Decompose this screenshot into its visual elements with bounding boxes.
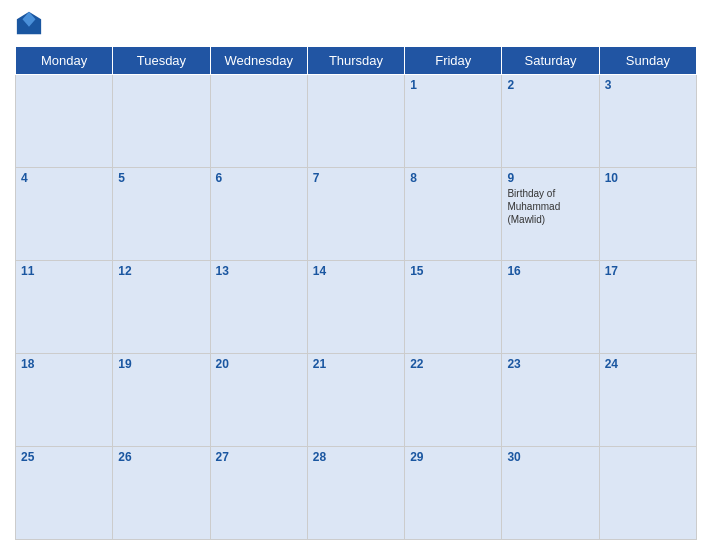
- calendar-cell: 30: [502, 447, 599, 540]
- calendar-week-row: 11121314151617: [16, 261, 697, 354]
- day-number: 26: [118, 450, 204, 464]
- day-number: 1: [410, 78, 496, 92]
- calendar-cell: 4: [16, 168, 113, 261]
- calendar-cell: 6: [210, 168, 307, 261]
- day-number: 11: [21, 264, 107, 278]
- calendar-week-row: 456789Birthday of Muhammad (Mawlid)10: [16, 168, 697, 261]
- day-number: 4: [21, 171, 107, 185]
- day-number: 23: [507, 357, 593, 371]
- day-number: 12: [118, 264, 204, 278]
- calendar-cell: 27: [210, 447, 307, 540]
- day-number: 27: [216, 450, 302, 464]
- calendar-cell: 14: [307, 261, 404, 354]
- calendar-cell: [599, 447, 696, 540]
- weekday-header-friday: Friday: [405, 47, 502, 75]
- calendar-cell: 13: [210, 261, 307, 354]
- calendar-cell: 19: [113, 354, 210, 447]
- day-number: 25: [21, 450, 107, 464]
- day-number: 14: [313, 264, 399, 278]
- calendar-cell: 25: [16, 447, 113, 540]
- day-number: 5: [118, 171, 204, 185]
- calendar-cell: 29: [405, 447, 502, 540]
- day-number: 30: [507, 450, 593, 464]
- calendar-cell: 21: [307, 354, 404, 447]
- day-number: 18: [21, 357, 107, 371]
- logo-icon: [15, 10, 43, 38]
- calendar-cell: 3: [599, 75, 696, 168]
- weekday-header-tuesday: Tuesday: [113, 47, 210, 75]
- calendar-cell: 28: [307, 447, 404, 540]
- day-number: 28: [313, 450, 399, 464]
- day-number: 22: [410, 357, 496, 371]
- day-number: 17: [605, 264, 691, 278]
- day-number: 3: [605, 78, 691, 92]
- calendar-cell: 24: [599, 354, 696, 447]
- calendar-cell: 16: [502, 261, 599, 354]
- day-number: 16: [507, 264, 593, 278]
- calendar-cell: 9Birthday of Muhammad (Mawlid): [502, 168, 599, 261]
- weekday-header-saturday: Saturday: [502, 47, 599, 75]
- calendar-cell: [113, 75, 210, 168]
- weekday-header-row: MondayTuesdayWednesdayThursdayFridaySatu…: [16, 47, 697, 75]
- calendar-cell: 11: [16, 261, 113, 354]
- calendar-cell: [210, 75, 307, 168]
- calendar-week-row: 123: [16, 75, 697, 168]
- weekday-header-wednesday: Wednesday: [210, 47, 307, 75]
- day-number: 29: [410, 450, 496, 464]
- day-number: 19: [118, 357, 204, 371]
- calendar-cell: 7: [307, 168, 404, 261]
- calendar-cell: 20: [210, 354, 307, 447]
- logo: [15, 10, 47, 38]
- day-number: 6: [216, 171, 302, 185]
- calendar-week-row: 252627282930: [16, 447, 697, 540]
- calendar-cell: 10: [599, 168, 696, 261]
- day-number: 20: [216, 357, 302, 371]
- calendar-cell: 5: [113, 168, 210, 261]
- calendar-cell: 1: [405, 75, 502, 168]
- day-number: 13: [216, 264, 302, 278]
- calendar-cell: 2: [502, 75, 599, 168]
- page-header: [15, 10, 697, 38]
- weekday-header-sunday: Sunday: [599, 47, 696, 75]
- day-number: 21: [313, 357, 399, 371]
- calendar-cell: 26: [113, 447, 210, 540]
- calendar-cell: 18: [16, 354, 113, 447]
- day-number: 9: [507, 171, 593, 185]
- calendar-week-row: 18192021222324: [16, 354, 697, 447]
- weekday-header-thursday: Thursday: [307, 47, 404, 75]
- holiday-label: Birthday of Muhammad (Mawlid): [507, 187, 593, 226]
- calendar-cell: 23: [502, 354, 599, 447]
- day-number: 8: [410, 171, 496, 185]
- day-number: 15: [410, 264, 496, 278]
- calendar-table: MondayTuesdayWednesdayThursdayFridaySatu…: [15, 46, 697, 540]
- day-number: 7: [313, 171, 399, 185]
- calendar-cell: 8: [405, 168, 502, 261]
- day-number: 24: [605, 357, 691, 371]
- day-number: 2: [507, 78, 593, 92]
- calendar-cell: 22: [405, 354, 502, 447]
- calendar-cell: 15: [405, 261, 502, 354]
- calendar-cell: [16, 75, 113, 168]
- day-number: 10: [605, 171, 691, 185]
- calendar-cell: 17: [599, 261, 696, 354]
- weekday-header-monday: Monday: [16, 47, 113, 75]
- calendar-cell: 12: [113, 261, 210, 354]
- calendar-cell: [307, 75, 404, 168]
